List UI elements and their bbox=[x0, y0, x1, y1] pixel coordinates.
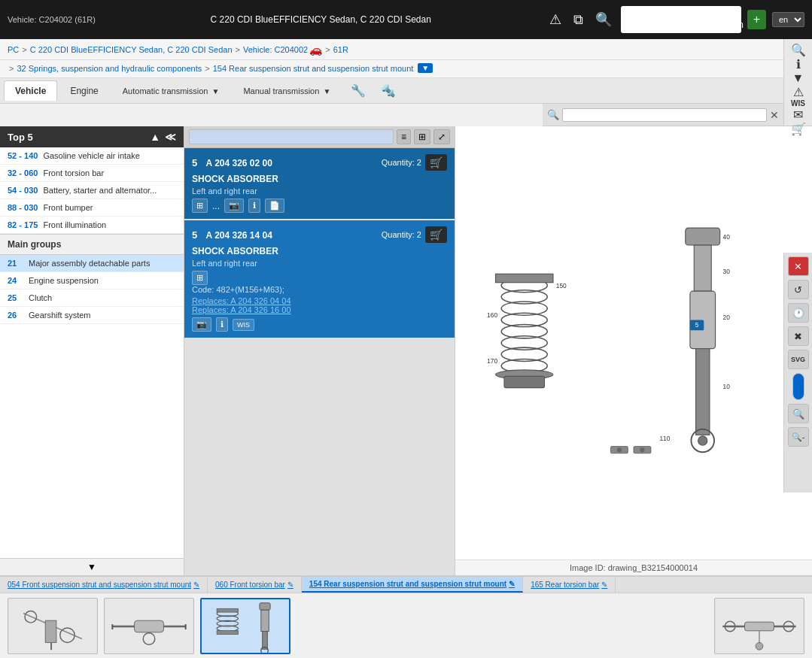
thumb-img-060[interactable] bbox=[104, 598, 194, 654]
close-sidebar-icon[interactable]: ≪ bbox=[165, 131, 176, 143]
part-2-desc: SHOCK ABSORBER bbox=[192, 246, 447, 256]
edit-154-icon[interactable]: ✎ bbox=[509, 580, 515, 588]
top5-item-2[interactable]: 32 - 060 Front torsion bar bbox=[0, 165, 184, 182]
part-1-cart-btn[interactable]: 🛒 bbox=[425, 154, 447, 171]
mail-icon-btn[interactable]: ✉ bbox=[788, 108, 809, 122]
close-panel-btn[interactable]: ✕ bbox=[788, 256, 809, 276]
svg-rect-45 bbox=[217, 608, 238, 612]
part-2-info-icon[interactable]: ℹ bbox=[216, 317, 228, 332]
top5-title: Top 5 bbox=[8, 132, 33, 143]
tab-automatic[interactable]: Automatic transmission ▼ bbox=[111, 81, 231, 100]
top5-item-4[interactable]: 88 - 030 Front bumper bbox=[0, 199, 184, 217]
svg-text:30: 30 bbox=[723, 268, 731, 275]
gear-icon-tab[interactable]: 🔩 bbox=[373, 79, 403, 102]
group-item-24[interactable]: 24 Engine suspension bbox=[0, 272, 184, 290]
model-info: C 220 CDI BlueEFFICIENCY Sedan, C 220 CD… bbox=[211, 14, 431, 25]
top5-item-5[interactable]: 82 - 175 Front illumination bbox=[0, 217, 184, 234]
language-select[interactable]: en bbox=[772, 12, 804, 27]
part-1-info-icon[interactable]: ℹ bbox=[248, 199, 260, 213]
thumb-tab-154[interactable]: 154 Rear suspension strut and suspension… bbox=[302, 577, 523, 593]
group-item-26[interactable]: 26 Gearshift system bbox=[0, 307, 184, 324]
blue-pill-btn[interactable] bbox=[792, 373, 804, 400]
content-area: Top 5 ▲ ≪ 52 - 140 Gasoline vehicle air … bbox=[0, 126, 812, 575]
tab-manual[interactable]: Manual transmission ▼ bbox=[232, 81, 342, 100]
zoom-out-btn[interactable]: 🔍- bbox=[788, 427, 809, 447]
svg-text:40: 40 bbox=[723, 233, 731, 241]
top5-item-1[interactable]: 52 - 140 Gasoline vehicle air intake bbox=[0, 147, 184, 165]
warning-icon-btn[interactable]: ⚠ bbox=[546, 8, 564, 31]
part-1-grid-icon[interactable]: ⊞ bbox=[192, 199, 208, 213]
breadcrumb-vehicle[interactable]: Vehicle: C204002 bbox=[243, 45, 308, 54]
rotate-icon-btn[interactable]: ↺ bbox=[788, 280, 809, 299]
model-design-input[interactable] bbox=[627, 14, 717, 25]
zoom-in-btn[interactable]: 🔍 bbox=[788, 404, 809, 423]
breadcrumb-model[interactable]: C 220 CDI BlueEFFICIENCY Sedan, C 220 CD… bbox=[30, 45, 233, 54]
tab-search-input[interactable] bbox=[562, 108, 767, 122]
breadcrumb-pc[interactable]: PC bbox=[8, 45, 19, 54]
vehicle-icon[interactable]: 🚗 bbox=[309, 44, 322, 56]
part-1-header: 5 A 204 326 02 00 Quantity: 2 🛒 bbox=[192, 154, 447, 171]
tab-engine[interactable]: Engine bbox=[59, 80, 109, 101]
part-2-replaces-1[interactable]: Replaces: A 204 326 04 04 bbox=[192, 296, 447, 305]
spring-group: 150 160 170 bbox=[487, 274, 567, 387]
wrench-icon-tab[interactable]: 🔧 bbox=[343, 79, 373, 102]
shopping-cart-icon-btn[interactable]: 🛒 bbox=[788, 122, 809, 136]
part-item-2[interactable]: 5 A 204 326 14 04 Quantity: 2 🛒 SHOCK AB… bbox=[184, 220, 455, 338]
thumb-img-154[interactable] bbox=[200, 598, 290, 654]
part-2-header: 5 A 204 326 14 04 Quantity: 2 🛒 bbox=[192, 226, 447, 243]
global-top-toolbar: 🔍 ℹ ▼ ⚠ WIS ✉ 🛒 bbox=[783, 39, 812, 126]
alert-icon-btn[interactable]: ⚠ bbox=[788, 85, 809, 99]
part-2-icons: ⊞ bbox=[192, 271, 447, 285]
wis-icon-btn[interactable]: WIS bbox=[788, 99, 809, 108]
part-1-photo-icon[interactable]: 📷 bbox=[224, 199, 244, 213]
part-2-replaces-2[interactable]: Replaces: A 204 326 16 00 bbox=[192, 305, 447, 314]
thumb-tab-165[interactable]: 165 Rear torsion bar ✎ bbox=[523, 577, 616, 593]
group-item-21[interactable]: 21 Major assembly detachable parts bbox=[0, 255, 184, 272]
top-bar-actions: ⚠ ⧉ 🔍 Model design + en bbox=[546, 6, 804, 33]
edit-054-icon[interactable]: ✎ bbox=[193, 581, 199, 589]
breadcrumb-current[interactable]: 154 Rear suspension strut and suspension… bbox=[213, 64, 414, 73]
part-2-pos: 5 bbox=[192, 229, 197, 241]
part-1-sub: Left and right rear bbox=[192, 186, 447, 196]
scroll-down-arrow[interactable]: ▼ bbox=[0, 558, 184, 575]
parts-search-input[interactable] bbox=[189, 129, 394, 144]
edit-060-icon[interactable]: ✎ bbox=[287, 581, 293, 589]
part-item-1[interactable]: 5 A 204 326 02 00 Quantity: 2 🛒 SHOCK AB… bbox=[184, 148, 455, 219]
list-view-btn[interactable]: ≡ bbox=[397, 129, 411, 144]
top5-items: 52 - 140 Gasoline vehicle air intake 32 … bbox=[0, 147, 184, 235]
breadcrumb-dropdown-btn[interactable]: ▼ bbox=[418, 63, 433, 73]
svg-icon-btn[interactable]: SVG bbox=[788, 350, 809, 369]
info-icon-btn[interactable]: ℹ bbox=[788, 57, 809, 71]
part-2-photo-icon[interactable]: 📷 bbox=[192, 317, 211, 332]
parts-panel-header: ≡ ⊞ ⤢ bbox=[184, 126, 455, 148]
part-2-grid-icon[interactable]: ⊞ bbox=[192, 271, 208, 285]
zoom-in-icon-btn[interactable]: 🔍 bbox=[788, 43, 809, 57]
thumb-img-165[interactable] bbox=[714, 598, 804, 654]
thumb-tab-054[interactable]: 054 Front suspension strut and suspensio… bbox=[0, 577, 208, 593]
collapse-icon[interactable]: ▲ bbox=[150, 131, 160, 143]
sidebar: Top 5 ▲ ≪ 52 - 140 Gasoline vehicle air … bbox=[0, 126, 184, 575]
thumb-img-054[interactable] bbox=[8, 598, 98, 654]
grid-view-btn[interactable]: ⊞ bbox=[414, 129, 430, 144]
svg-rect-38 bbox=[135, 620, 164, 632]
part-1-doc-icon[interactable]: 📄 bbox=[265, 199, 284, 213]
top5-item-3[interactable]: 54 - 030 Battery, starter and alternator… bbox=[0, 182, 184, 199]
group-item-25[interactable]: 25 Clutch bbox=[0, 290, 184, 307]
search-icon-btn[interactable]: 🔍 bbox=[592, 8, 615, 31]
edit-165-icon[interactable]: ✎ bbox=[601, 581, 607, 589]
clock-icon-btn[interactable]: 🕐 bbox=[788, 303, 809, 323]
part-2-wis-icon[interactable]: WIS bbox=[233, 319, 254, 331]
thumb-tab-060[interactable]: 060 Front torsion bar ✎ bbox=[208, 577, 302, 593]
search-icon-small: 🔍 bbox=[547, 109, 559, 120]
expand-view-btn[interactable]: ⤢ bbox=[433, 129, 450, 144]
breadcrumb-61r[interactable]: 61R bbox=[333, 45, 348, 54]
svg-rect-8 bbox=[496, 274, 553, 282]
part-2-cart-btn[interactable]: 🛒 bbox=[425, 226, 447, 243]
add-to-cart-btn[interactable]: + bbox=[747, 10, 766, 29]
filter-icon-btn[interactable]: ▼ bbox=[788, 71, 809, 85]
tab-vehicle[interactable]: Vehicle bbox=[4, 80, 57, 101]
cross-icon-btn[interactable]: ✖ bbox=[788, 326, 809, 346]
search-clear-btn[interactable]: ✕ bbox=[770, 109, 779, 121]
breadcrumb-springs[interactable]: 32 Springs, suspension and hydraulic com… bbox=[17, 64, 202, 73]
copy-icon-btn[interactable]: ⧉ bbox=[570, 9, 586, 31]
